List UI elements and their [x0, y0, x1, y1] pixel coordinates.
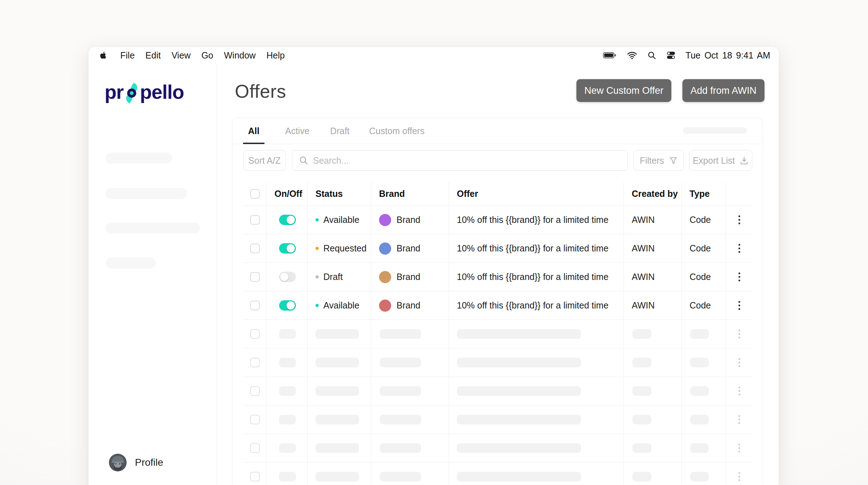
row-menu-icon[interactable]	[736, 413, 742, 426]
toggle-knob	[287, 301, 295, 310]
battery-icon[interactable]	[603, 51, 617, 60]
created-by-text: AWIN	[624, 234, 682, 262]
status-dot	[316, 275, 319, 279]
brand-label: Brand	[397, 300, 420, 311]
col-header-actions	[726, 182, 753, 205]
menu-file[interactable]: File	[120, 50, 135, 61]
skeleton-pill	[279, 329, 296, 339]
skeleton-pill	[690, 472, 709, 481]
type-text: Code	[682, 291, 726, 320]
brand-avatar	[379, 300, 391, 312]
offers-table-body: Available Brand 10% off this {{brand}} f…	[243, 206, 753, 485]
skeleton-pill	[457, 415, 581, 424]
select-all-checkbox[interactable]	[250, 189, 260, 199]
created-by-text: AWIN	[624, 263, 682, 291]
col-header-brand: Brand	[371, 182, 449, 205]
menu-view[interactable]: View	[171, 50, 191, 61]
row-checkbox[interactable]	[250, 472, 260, 481]
row-checkbox[interactable]	[250, 443, 260, 453]
row-checkbox[interactable]	[250, 415, 260, 424]
skeleton-pill	[380, 443, 421, 453]
tab-custom-offers[interactable]: Custom offers	[369, 118, 424, 144]
propeller-icon	[124, 82, 140, 104]
sidebar: pr pello	[89, 63, 217, 485]
row-menu-icon[interactable]	[736, 242, 742, 255]
offer-row-skeleton	[243, 434, 753, 463]
on-off-toggle[interactable]	[279, 272, 296, 282]
skeleton-pill	[690, 415, 709, 424]
on-off-toggle[interactable]	[279, 300, 296, 311]
export-list-button[interactable]: Export List	[689, 150, 752, 171]
skeleton-pill	[690, 386, 709, 396]
wifi-icon[interactable]	[627, 51, 637, 60]
row-menu-icon[interactable]	[736, 327, 742, 341]
offer-text: 10% off this {{brand}} for a limited tim…	[449, 206, 624, 234]
row-checkbox[interactable]	[250, 386, 260, 396]
filters-button[interactable]: Filters	[634, 150, 684, 171]
skeleton-pill	[690, 329, 709, 339]
offer-text: 10% off this {{brand}} for a limited tim…	[449, 234, 624, 262]
offer-row: Draft Brand 10% off this {{brand}} for a…	[243, 263, 753, 291]
search-input[interactable]	[292, 150, 628, 171]
offer-row-skeleton	[243, 405, 753, 434]
row-menu-icon[interactable]	[736, 470, 742, 483]
row-checkbox[interactable]	[250, 272, 260, 282]
spotlight-search-icon[interactable]	[647, 51, 656, 60]
row-menu-icon[interactable]	[736, 356, 742, 369]
row-checkbox[interactable]	[250, 329, 260, 339]
status-label: Requested	[323, 243, 367, 254]
row-menu-icon[interactable]	[736, 270, 742, 284]
control-center-icon[interactable]	[666, 51, 676, 60]
row-menu-icon[interactable]	[736, 213, 742, 226]
menu-help[interactable]: Help	[266, 50, 284, 61]
sidebar-skeleton-item	[106, 223, 200, 234]
type-text: Code	[682, 206, 726, 234]
status-label: Available	[323, 215, 359, 225]
row-menu-icon[interactable]	[736, 384, 742, 398]
toggle-knob	[280, 273, 288, 281]
skeleton-pill	[380, 415, 421, 424]
profile-label: Profile	[135, 457, 163, 468]
app-window: File Edit View Go Window Help Tue Oct 18…	[89, 47, 779, 485]
offers-tabs: All Active Draft Custom offers	[232, 118, 763, 144]
tab-active[interactable]: Active	[285, 118, 309, 144]
row-menu-icon[interactable]	[736, 299, 742, 312]
new-custom-offer-button[interactable]: New Custom Offer	[576, 79, 671, 102]
menubar-clock[interactable]: Tue Oct 18 9:41 AM	[686, 50, 770, 61]
filter-funnel-icon	[669, 156, 678, 165]
tab-draft[interactable]: Draft	[330, 118, 349, 144]
sidebar-skeleton-item	[106, 257, 156, 269]
on-off-toggle[interactable]	[279, 215, 296, 225]
offer-text: 10% off this {{brand}} for a limited tim…	[449, 263, 624, 291]
row-checkbox[interactable]	[250, 244, 260, 253]
offers-table: On/Off Status Brand Offer Created by Typ…	[243, 182, 753, 485]
tab-all[interactable]: All	[243, 118, 264, 144]
skeleton-pill	[632, 358, 651, 367]
row-checkbox[interactable]	[250, 358, 260, 367]
add-from-awin-button[interactable]: Add from AWIN	[682, 79, 764, 102]
skeleton-pill	[279, 415, 296, 424]
menu-go[interactable]: Go	[201, 50, 213, 61]
menu-edit[interactable]: Edit	[145, 50, 161, 61]
skeleton-pill	[279, 472, 296, 481]
row-checkbox[interactable]	[250, 301, 260, 310]
created-by-text: AWIN	[624, 291, 682, 320]
apple-menu-icon[interactable]	[99, 51, 108, 60]
skeleton-pill	[632, 472, 651, 481]
on-off-toggle[interactable]	[279, 243, 296, 254]
offers-card: All Active Draft Custom offers Sort A/Z …	[232, 118, 763, 485]
menu-window[interactable]: Window	[224, 50, 256, 61]
page-title: Offers	[235, 81, 286, 102]
profile-button[interactable]: Profile	[109, 454, 163, 471]
offer-row: Available Brand 10% off this {{brand}} f…	[243, 291, 753, 320]
sort-button[interactable]: Sort A/Z	[243, 150, 286, 171]
skeleton-pill	[279, 386, 296, 396]
brand-label: Brand	[397, 243, 420, 254]
macos-menubar: File Edit View Go Window Help Tue Oct 18…	[89, 47, 779, 63]
row-menu-icon[interactable]	[736, 441, 742, 455]
skeleton-pill	[457, 386, 581, 396]
row-checkbox[interactable]	[250, 215, 260, 225]
brand-avatar	[379, 214, 391, 226]
skeleton-pill	[690, 443, 709, 453]
col-header-created-by: Created by	[624, 182, 682, 205]
